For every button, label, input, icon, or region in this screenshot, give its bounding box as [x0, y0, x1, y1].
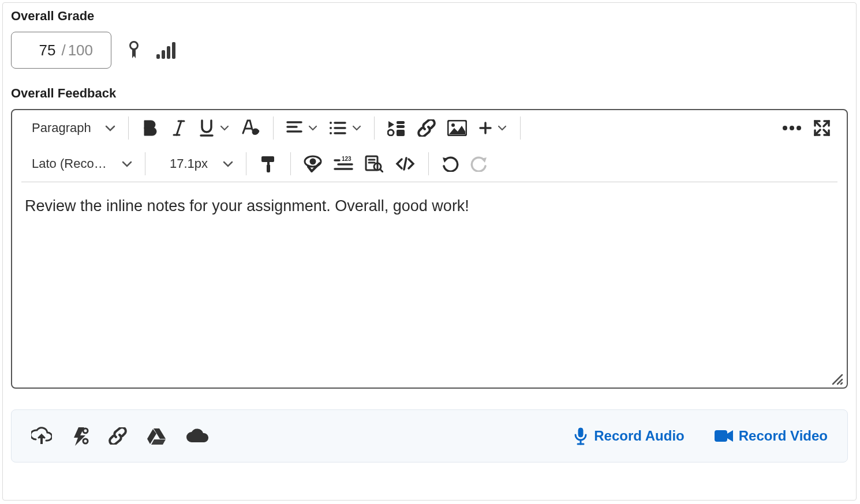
source-code-button[interactable] — [389, 149, 421, 178]
toolbar-separator — [520, 116, 521, 140]
italic-button[interactable] — [164, 114, 193, 142]
toolbar-separator — [290, 152, 291, 175]
svg-rect-64 — [578, 428, 583, 437]
chevron-down-icon — [223, 160, 233, 167]
grade-input-box[interactable]: / 100 — [11, 32, 111, 69]
toolbar-separator — [428, 152, 429, 175]
more-actions-button[interactable] — [776, 114, 807, 142]
upload-file-icon[interactable] — [31, 427, 52, 445]
microphone-icon — [573, 427, 588, 445]
svg-point-15 — [330, 122, 332, 124]
grade-score-input[interactable] — [18, 41, 57, 60]
grade-row: / 100 — [11, 32, 848, 69]
stats-bars-icon[interactable] — [156, 42, 176, 59]
svg-line-49 — [380, 170, 383, 172]
svg-point-40 — [311, 159, 315, 164]
quicklink-icon[interactable] — [72, 426, 89, 446]
svg-rect-3 — [167, 46, 170, 59]
list-button[interactable] — [323, 114, 367, 142]
underline-button[interactable] — [193, 114, 235, 142]
fullscreen-button[interactable] — [807, 114, 836, 142]
block-format-dropdown[interactable]: Paragraph — [23, 121, 121, 136]
google-drive-icon[interactable] — [147, 427, 166, 445]
chevron-down-icon — [352, 125, 361, 131]
svg-rect-23 — [397, 125, 405, 128]
toolbar-separator — [246, 152, 246, 175]
chevron-down-icon — [308, 125, 317, 131]
svg-marker-68 — [727, 430, 733, 442]
svg-point-32 — [797, 126, 801, 130]
redo-button[interactable] — [465, 149, 493, 178]
feedback-textarea[interactable]: Review the inline notes for your assignm… — [12, 182, 847, 388]
svg-point-27 — [451, 123, 455, 127]
font-family-label: Lato (Recomm… — [28, 156, 111, 171]
font-size-label: 17.1px — [158, 156, 211, 171]
svg-point-17 — [330, 127, 332, 129]
font-size-dropdown[interactable]: 17.1px — [152, 156, 239, 171]
undo-button[interactable] — [436, 149, 465, 178]
record-audio-button[interactable]: Record Audio — [573, 427, 684, 445]
svg-marker-63 — [151, 439, 166, 445]
svg-point-24 — [388, 130, 394, 136]
record-video-label: Record Video — [739, 428, 828, 444]
svg-rect-25 — [397, 130, 405, 136]
toolbar-separator — [128, 116, 129, 140]
svg-text:123: 123 — [342, 156, 352, 162]
toolbar-separator — [374, 116, 375, 140]
svg-rect-57 — [40, 437, 43, 444]
accessibility-checker-button[interactable] — [298, 149, 328, 178]
svg-line-53 — [833, 375, 842, 384]
resize-handle-icon[interactable] — [831, 373, 843, 385]
svg-rect-37 — [261, 156, 274, 162]
svg-point-60 — [83, 439, 88, 443]
grade-max: 100 — [68, 42, 104, 59]
video-camera-icon — [715, 429, 733, 443]
toolbar-separator — [273, 116, 274, 140]
font-family-dropdown[interactable]: Lato (Recomm… — [23, 156, 138, 171]
svg-marker-21 — [388, 121, 394, 128]
svg-point-0 — [130, 42, 138, 50]
svg-point-31 — [790, 126, 794, 130]
record-audio-label: Record Audio — [594, 428, 684, 444]
align-button[interactable] — [281, 114, 323, 142]
svg-line-8 — [177, 121, 181, 135]
svg-rect-5 — [144, 121, 147, 136]
overall-feedback-label: Overall Feedback — [11, 86, 848, 101]
block-format-label: Paragraph — [28, 121, 95, 136]
insert-image-button[interactable] — [442, 114, 473, 142]
chevron-down-icon — [220, 125, 229, 131]
feedback-editor: Paragraph — [11, 109, 848, 389]
svg-point-59 — [83, 428, 88, 433]
svg-line-55 — [841, 383, 842, 384]
svg-point-19 — [330, 132, 332, 134]
svg-line-50 — [404, 158, 406, 170]
preview-button[interactable] — [359, 149, 389, 178]
bold-button[interactable] — [136, 114, 164, 142]
record-video-button[interactable]: Record Video — [715, 428, 828, 444]
chevron-down-icon — [105, 125, 115, 131]
svg-rect-1 — [156, 54, 160, 59]
toolbar-separator — [145, 152, 145, 175]
svg-rect-38 — [267, 164, 270, 172]
editor-toolbar-row-2: Lato (Recomm… 17.1px 123 — [12, 146, 847, 182]
editor-toolbar-row-1: Paragraph — [12, 110, 847, 146]
feedback-content-text: Review the inline notes for your assignm… — [25, 197, 469, 215]
svg-rect-2 — [162, 50, 165, 59]
insert-more-button[interactable] — [473, 114, 513, 142]
word-count-button[interactable]: 123 — [328, 149, 359, 178]
attachment-bar: Record Audio Record Video — [11, 409, 848, 462]
link-attachment-icon[interactable] — [109, 427, 127, 445]
insert-stuff-button[interactable] — [382, 114, 412, 142]
onedrive-icon[interactable] — [186, 428, 209, 443]
grade-separator: / — [61, 42, 65, 59]
text-color-button[interactable] — [235, 114, 266, 142]
svg-rect-22 — [397, 121, 405, 124]
overall-grade-label: Overall Grade — [11, 9, 848, 24]
insert-link-button[interactable] — [412, 114, 442, 142]
svg-rect-67 — [715, 430, 727, 442]
format-painter-button[interactable] — [253, 149, 283, 178]
svg-rect-4 — [172, 42, 175, 59]
svg-point-30 — [783, 126, 787, 130]
rubric-ribbon-icon[interactable] — [128, 40, 140, 60]
chevron-down-icon — [498, 125, 507, 131]
